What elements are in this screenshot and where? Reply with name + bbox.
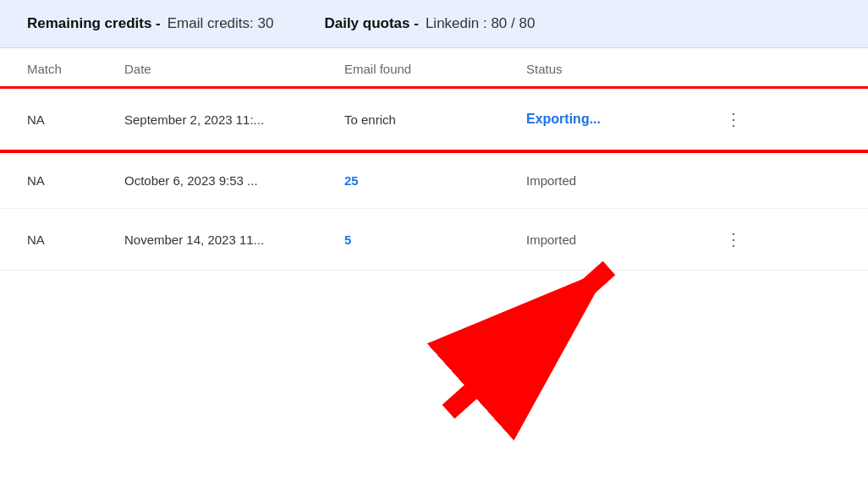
- row3-date: November 14, 2023 11...: [124, 233, 344, 247]
- daily-quotas-label: Daily quotas -: [324, 15, 418, 32]
- row2-date: October 6, 2023 9:53 ...: [124, 173, 344, 188]
- row3-status: Imported: [526, 233, 712, 247]
- table-row: NA November 14, 2023 11... 5 Imported ⋮: [0, 209, 868, 271]
- table-container: Match Date Email found Status NA Septemb…: [0, 48, 868, 271]
- table-row: NA October 6, 2023 9:53 ... 25 Imported: [0, 153, 868, 209]
- row3-match: NA: [27, 233, 124, 247]
- svg-line-1: [448, 268, 609, 412]
- col-match: Match: [27, 62, 124, 76]
- table-row: NA September 2, 2023 11:... To enrich Ex…: [0, 89, 868, 153]
- email-credits-value: Email credits: 30: [168, 15, 274, 32]
- row3-email-found[interactable]: 5: [344, 233, 526, 247]
- col-status: Status: [526, 62, 712, 76]
- row2-match: NA: [27, 173, 124, 188]
- row1-email-found: To enrich: [344, 112, 526, 127]
- daily-quotas-section: Daily quotas - Linkedin : 80 / 80: [324, 15, 535, 32]
- remaining-credits-section: Remaining credits - Email credits: 30: [27, 15, 273, 32]
- row1-status: Exporting...: [526, 112, 712, 127]
- row1-match: NA: [27, 112, 124, 127]
- col-actions: [712, 62, 755, 76]
- remaining-credits-label: Remaining credits -: [27, 15, 161, 32]
- row2-status: Imported: [526, 173, 712, 188]
- linkedin-quota-value: Linkedin : 80 / 80: [426, 15, 535, 32]
- row1-date: September 2, 2023 11:...: [124, 112, 344, 127]
- row1-menu-button[interactable]: ⋮: [712, 109, 755, 129]
- table-header: Match Date Email found Status: [0, 48, 868, 89]
- header-bar: Remaining credits - Email credits: 30 Da…: [0, 0, 868, 48]
- row2-email-found[interactable]: 25: [344, 173, 526, 188]
- col-email-found: Email found: [344, 62, 526, 76]
- row3-menu-button[interactable]: ⋮: [712, 229, 755, 249]
- col-date: Date: [124, 62, 344, 76]
